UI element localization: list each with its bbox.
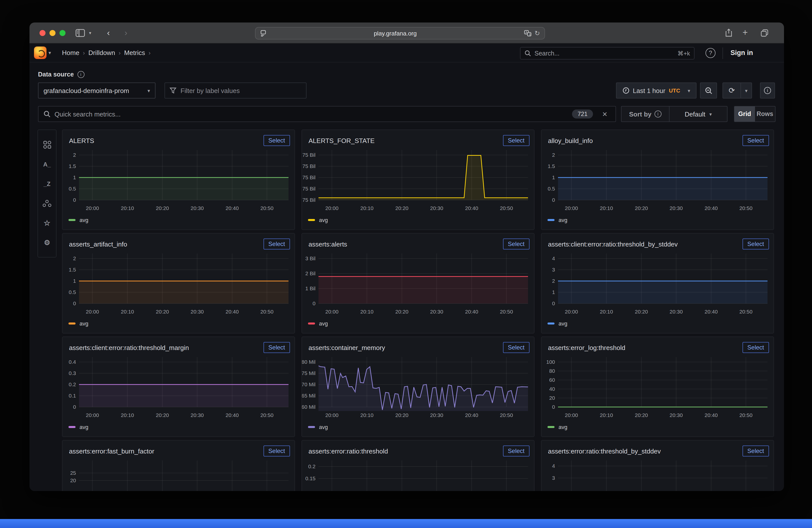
translate-icon[interactable]: A文 — [524, 30, 532, 36]
time-zoom-out-button[interactable] — [700, 83, 717, 99]
star-icon[interactable]: ☆ — [42, 217, 53, 228]
refresh-interval-chevron-icon[interactable]: ▾ — [740, 83, 752, 98]
select-button[interactable]: Select — [503, 342, 530, 353]
breadcrumb-drilldown[interactable]: Drilldown — [88, 49, 115, 57]
groups-icon[interactable] — [42, 198, 53, 209]
legend-label: avg — [79, 424, 88, 430]
clear-icon[interactable]: ✕ — [602, 110, 608, 118]
quick-search-input[interactable] — [55, 110, 568, 118]
help-icon[interactable]: ? — [706, 48, 715, 58]
metric-panel: ALERTS_FOR_STATESelect1.75 Bil1.75 Bil1.… — [302, 130, 535, 230]
forward-icon: › — [125, 28, 127, 38]
select-button[interactable]: Select — [503, 135, 530, 146]
svg-text:70 Mil: 70 Mil — [302, 381, 316, 387]
select-button[interactable]: Select — [503, 445, 530, 456]
address-bar[interactable]: play.grafana.org A文 ↻ — [255, 27, 545, 40]
overview-grid-icon[interactable] — [42, 139, 53, 150]
metrics-sidebar-rail: A_ _Z ☆ ⚙ — [38, 130, 57, 258]
select-button[interactable]: Select — [742, 342, 769, 353]
panel-title: asserts:client:error:ratio:threshold_by_… — [548, 240, 678, 248]
panel-legend[interactable]: avg — [308, 321, 328, 326]
zoom-window-button[interactable] — [59, 30, 66, 36]
svg-text:1.75 Bil: 1.75 Bil — [302, 163, 316, 169]
select-button[interactable]: Select — [742, 445, 769, 456]
panel-header: asserts:error:ratio:threshold_by_stddevS… — [541, 440, 773, 456]
panel-legend[interactable]: avg — [69, 321, 88, 326]
svg-text:20:20: 20:20 — [156, 205, 169, 211]
panel-legend[interactable]: avg — [69, 424, 88, 430]
org-chevron-icon[interactable]: ▾ — [48, 50, 51, 56]
view-grid-button[interactable]: Grid — [735, 106, 755, 121]
label-filter-input[interactable] — [180, 87, 302, 94]
legend-label: avg — [319, 217, 328, 223]
select-button[interactable]: Select — [742, 238, 769, 249]
breadcrumb-home[interactable]: Home — [62, 49, 79, 57]
sidebar-icon[interactable] — [75, 29, 85, 37]
panel-legend[interactable]: avg — [548, 217, 567, 223]
view-mode-toggle: Grid Rows — [734, 106, 775, 122]
panel-legend[interactable]: avg — [69, 217, 88, 223]
sign-in-link[interactable]: Sign in — [730, 49, 753, 57]
svg-text:20:20: 20:20 — [395, 412, 408, 418]
grafana-logo-icon[interactable] — [34, 46, 46, 59]
time-range-picker[interactable]: Last 1 hour UTC ▾ — [616, 83, 696, 99]
data-source-select[interactable]: grafanacloud-demoinfra-prom ▾ — [38, 83, 156, 99]
select-button[interactable]: Select — [263, 135, 290, 146]
svg-text:20:00: 20:00 — [86, 309, 99, 314]
svg-text:0: 0 — [73, 197, 76, 203]
chevron-right-icon: › — [148, 49, 150, 56]
sidebar-chevron-icon[interactable]: ▾ — [89, 30, 91, 35]
panel-header: asserts:client:error:ratio:threshold_mar… — [62, 337, 294, 353]
global-search[interactable]: ⌘+k — [520, 47, 695, 59]
reload-icon[interactable]: ↻ — [535, 29, 540, 37]
select-button[interactable]: Select — [263, 238, 290, 249]
svg-text:20:50: 20:50 — [260, 309, 274, 314]
dashboard-info-button[interactable]: i — [760, 83, 775, 99]
svg-text:20:30: 20:30 — [190, 309, 204, 314]
svg-text:20:50: 20:50 — [739, 309, 753, 314]
panel-legend[interactable]: avg — [548, 424, 567, 430]
select-button[interactable]: Select — [742, 135, 769, 146]
panel-title: asserts:error:ratio:threshold_by_stddev — [548, 447, 661, 455]
back-icon[interactable]: ‹ — [107, 28, 110, 38]
grafana-nav: ▾ Home › Drilldown › Metrics › ⌘+k ? Sig… — [29, 44, 784, 62]
panel-legend[interactable]: avg — [548, 321, 567, 326]
refresh-button-group[interactable]: ⟳ ▾ — [723, 83, 752, 99]
svg-text:20:40: 20:40 — [226, 309, 239, 314]
tab-overview-icon[interactable] — [760, 29, 768, 37]
new-tab-icon[interactable]: + — [742, 28, 748, 38]
svg-text:20:40: 20:40 — [226, 205, 239, 211]
metric-panel: alloy_build_infoSelect21.510.5020:0020:1… — [541, 130, 774, 230]
info-icon[interactable]: i — [77, 71, 84, 78]
panel-title: alloy_build_info — [548, 137, 593, 144]
prefix-filter-icon[interactable]: A_ — [42, 159, 53, 170]
breadcrumb: Home › Drilldown › Metrics › — [62, 49, 154, 57]
chevron-down-icon: ▾ — [709, 111, 712, 117]
select-button[interactable]: Select — [263, 342, 290, 353]
close-window-button[interactable] — [40, 30, 45, 36]
svg-text:2 Bil: 2 Bil — [305, 270, 316, 276]
label-filter-input-wrap[interactable] — [164, 83, 306, 99]
suffix-filter-icon[interactable]: _Z — [42, 178, 53, 189]
share-icon[interactable] — [725, 29, 733, 37]
breadcrumb-metrics[interactable]: Metrics — [124, 49, 145, 57]
select-button[interactable]: Select — [263, 445, 290, 456]
view-rows-button[interactable]: Rows — [755, 106, 775, 121]
reader-icon[interactable] — [260, 30, 266, 36]
settings-gear-icon[interactable]: ⚙ — [42, 237, 53, 248]
metric-panel: asserts:client:error:ratio:threshold_by_… — [541, 233, 774, 334]
browser-window: ▾ ‹ › play.grafana.org A文 ↻ + — [29, 23, 784, 491]
panel-legend[interactable]: avg — [308, 424, 328, 430]
global-search-input[interactable] — [535, 50, 674, 57]
url-text[interactable]: play.grafana.org — [266, 30, 524, 37]
panel-legend[interactable]: avg — [308, 217, 328, 223]
svg-text:20:50: 20:50 — [500, 309, 513, 314]
chevron-down-icon: ▾ — [147, 88, 150, 93]
panel-title: asserts:error:fast_burn_factor — [69, 447, 154, 455]
minimize-window-button[interactable] — [49, 30, 56, 36]
refresh-icon[interactable]: ⟳ — [723, 83, 740, 98]
sort-by-control[interactable]: Sort by i Default ▾ — [621, 106, 727, 122]
select-button[interactable]: Select — [503, 238, 530, 249]
quick-search-wrap[interactable]: 721 ✕ — [38, 106, 616, 122]
svg-text:0.2: 0.2 — [69, 381, 76, 387]
